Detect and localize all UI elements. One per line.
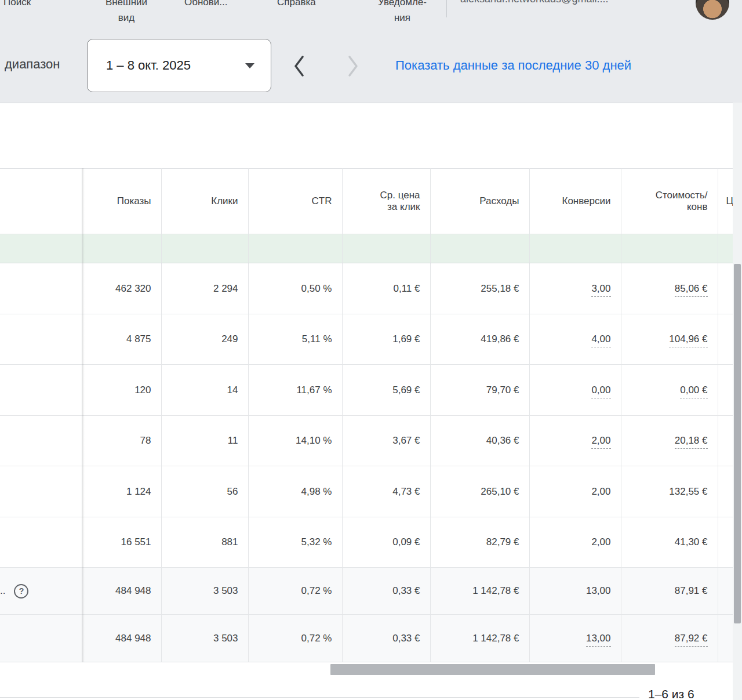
show-last-30-days-link[interactable]: Показать данные за последние 30 дней	[395, 58, 631, 73]
column-header-avg-cpc[interactable]: Ср. цена за клик	[342, 169, 430, 234]
cell-conversions: 2,00	[529, 517, 621, 568]
table-row: 462 320 2 294 0,50 % 0,11 € 255,18 € 3,0…	[0, 263, 733, 314]
cell-ctr: 5,11 %	[248, 314, 342, 365]
cell-avg-cpc: 0,33 €	[342, 568, 430, 615]
date-range-label: диапазон	[5, 57, 60, 72]
toolbar-item-appearance[interactable]: Внешний вид	[96, 0, 157, 26]
estimated-value[interactable]: 87,92 €	[675, 633, 708, 647]
cell-cost-per-conv: 0,00 €	[621, 365, 718, 416]
vertical-scrollbar-thumb[interactable]	[734, 264, 741, 623]
filter-summary-row	[0, 234, 733, 263]
cell-cost-per-conv: 132,55 €	[621, 466, 718, 517]
column-header-partial: Ц	[718, 169, 733, 234]
cell-impressions: 462 320	[82, 263, 161, 314]
previous-period-button[interactable]	[290, 53, 308, 81]
cell-impressions: 16 551	[82, 517, 161, 568]
cell-conversions: 13,00	[529, 568, 621, 615]
cell-conversions: 13,00	[529, 615, 621, 662]
cell-conversions: 3,00	[529, 263, 621, 314]
toolbar-divider	[446, 0, 447, 17]
cell-clicks: 56	[161, 466, 248, 517]
column-header-conversions[interactable]: Конверсии	[529, 169, 621, 234]
cell-impressions: 484 948	[82, 568, 161, 615]
column-header-impressions[interactable]: Показы	[82, 169, 161, 234]
campaign-stats-table: Показы Клики CTR Ср. цена за клик Расход…	[0, 168, 733, 662]
estimated-value[interactable]: 20,18 €	[675, 435, 708, 449]
cell-ctr: 11,67 %	[248, 365, 342, 416]
cell-ctr: 0,72 %	[248, 615, 342, 662]
toolbar-item-search[interactable]: Поиск	[3, 0, 31, 10]
toolbar-item-notifications[interactable]: Уведомле- ния	[368, 0, 437, 26]
cell-clicks: 3 503	[161, 568, 248, 615]
cell-cost: 419,86 €	[430, 314, 529, 365]
cell-ctr: 4,98 %	[248, 466, 342, 517]
estimated-value[interactable]: 13,00	[586, 633, 611, 647]
toolbar-item-help[interactable]: Справка	[277, 0, 316, 10]
cell-cost: 40,36 €	[430, 416, 529, 466]
cell-cost: 79,70 €	[430, 365, 529, 416]
cell-clicks: 881	[161, 517, 248, 568]
toolbar-item-refresh[interactable]: Обнови...	[184, 0, 228, 10]
top-toolbar: Поиск Внешний вид Обнови... Справка Увед…	[0, 0, 742, 103]
cell-impressions: 120	[82, 365, 161, 416]
cell-impressions: 4 875	[82, 314, 161, 365]
estimated-value[interactable]: 2,00	[591, 435, 610, 449]
truncated-label: ..	[0, 585, 5, 597]
totals-row: .. ? 484 948 3 503 0,72 % 0,33 € 1 142,7…	[0, 568, 733, 615]
cell-clicks: 249	[161, 314, 248, 365]
estimated-value[interactable]: 0,00 €	[680, 385, 707, 398]
footer-divider	[0, 697, 639, 698]
cell-avg-cpc: 0,33 €	[342, 615, 430, 662]
estimated-value[interactable]: 0,00	[591, 385, 610, 398]
cell-conversions: 2,00	[529, 416, 621, 466]
cell-avg-cpc: 3,67 €	[342, 416, 430, 466]
column-header-cost[interactable]: Расходы	[430, 169, 529, 234]
cell-clicks: 14	[161, 365, 248, 416]
cell-clicks: 11	[161, 416, 248, 466]
estimated-value[interactable]: 85,06 €	[675, 283, 708, 297]
cell-cost: 82,79 €	[430, 517, 529, 568]
estimated-value[interactable]: 104,96 €	[669, 333, 707, 347]
cell-cost-per-conv: 41,30 €	[621, 517, 718, 568]
account-email[interactable]: aleksandr.networkads@gmail....	[460, 0, 608, 6]
help-icon[interactable]: ?	[14, 584, 28, 599]
cell-cost: 265,10 €	[430, 466, 529, 517]
date-range-dropdown[interactable]: 1 – 8 окт. 2025	[87, 39, 271, 92]
estimated-value[interactable]: 4,00	[591, 333, 610, 347]
date-range-value: 1 – 8 окт. 2025	[106, 58, 191, 73]
estimated-value[interactable]: 3,00	[591, 283, 610, 297]
table-row: 120 14 11,67 % 5,69 € 79,70 € 0,00 0,00 …	[0, 365, 733, 416]
cell-cost-per-conv: 104,96 €	[621, 314, 718, 365]
cell-avg-cpc: 4,73 €	[342, 466, 430, 517]
table-row: 4 875 249 5,11 % 1,69 € 419,86 € 4,00 10…	[0, 314, 733, 365]
cell-conversions: 2,00	[529, 466, 621, 517]
cell-ctr: 14,10 %	[248, 416, 342, 466]
cell-ctr: 5,32 %	[248, 517, 342, 568]
table-header-row: Показы Клики CTR Ср. цена за клик Расход…	[0, 169, 733, 234]
table-row: 16 551 881 5,32 % 0,09 € 82,79 € 2,00 41…	[0, 517, 733, 568]
cell-avg-cpc: 0,11 €	[342, 263, 430, 314]
cell-impressions: 78	[82, 416, 161, 466]
cell-avg-cpc: 0,09 €	[342, 517, 430, 568]
chevron-down-icon	[245, 63, 254, 68]
column-header-cost-per-conv[interactable]: Стоимость/ конв	[621, 169, 718, 234]
cell-ctr: 0,72 %	[248, 568, 342, 615]
column-header-ctr[interactable]: CTR	[248, 169, 342, 234]
column-header-clicks[interactable]: Клики	[161, 169, 248, 234]
cell-cost-per-conv: 85,06 €	[621, 263, 718, 314]
cell-cost-per-conv: 20,18 €	[621, 416, 718, 466]
chevron-right-icon	[344, 53, 362, 79]
cell-avg-cpc: 1,69 €	[342, 314, 430, 365]
cell-impressions: 484 948	[82, 615, 161, 662]
cell-cost: 1 142,78 €	[430, 568, 529, 615]
avatar[interactable]	[696, 0, 729, 20]
table-row: 1 124 56 4,98 % 4,73 € 265,10 € 2,00 132…	[0, 466, 733, 517]
pagination-range: 1–6 из 6	[648, 687, 694, 700]
cell-ctr: 0,50 %	[248, 263, 342, 314]
totals-row: 484 948 3 503 0,72 % 0,33 € 1 142,78 € 1…	[0, 615, 733, 662]
cell-cost: 255,18 €	[430, 263, 529, 314]
horizontal-scrollbar-thumb[interactable]	[330, 664, 655, 675]
next-period-button[interactable]	[344, 53, 362, 81]
cell-avg-cpc: 5,69 €	[342, 365, 430, 416]
chevron-left-icon	[290, 53, 308, 79]
